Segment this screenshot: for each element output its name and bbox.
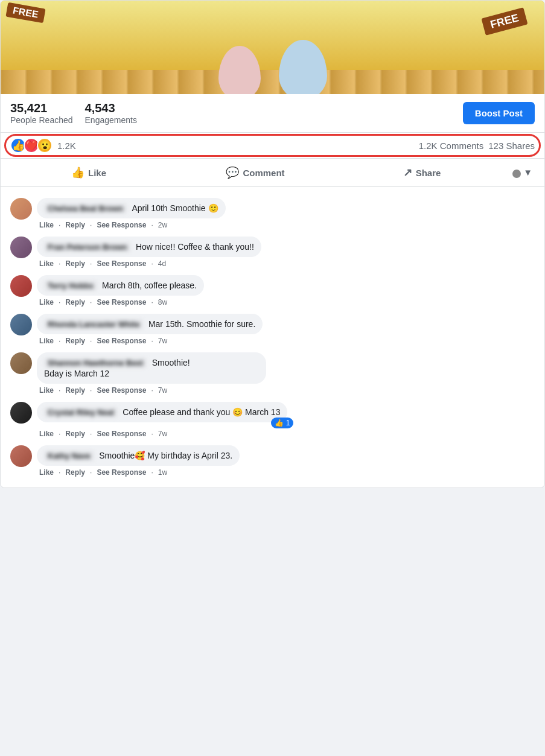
comment-time: 1w [158,468,167,477]
comment-time: 4d [158,259,166,268]
comment-username: Chelsea Beal Brown [44,203,127,214]
comment-content: Chelsea Beal Brown April 10th Smoothie 🙂… [37,198,535,229]
comment-label: Comment [243,168,284,178]
comment-text: Mar 15th. Smoothie for sure. [148,319,255,329]
see-response-action[interactable]: See Response [97,298,146,307]
share-icon: ↗ [403,166,412,179]
like-action[interactable]: Like [39,386,54,395]
reaction-count: 1.2K [57,141,76,151]
avatar [10,198,32,220]
egg-pink [218,46,261,94]
post-image: FREE FREE [1,1,544,94]
like-action[interactable]: Like [39,259,54,268]
reaction-icons: 👍 ❤️ 😮 [10,138,53,153]
comment-time: 7w [158,337,167,345]
see-response-action[interactable]: See Response [97,337,146,345]
see-response-action[interactable]: See Response [97,221,146,229]
people-reached-stat: 35,421 People Reached [10,101,73,125]
comment-text: March 8th, coffee please. [102,281,197,290]
reply-action[interactable]: Reply [65,259,85,268]
comment-actions: Like · Reply · See Response · 1w [39,468,535,477]
comment-content: Fran Peterson Brown How nice!! Coffee & … [37,237,535,268]
comment-username: Shannon Hawthorne Best [44,358,147,368]
comment-actions: Like · Reply · See Response · 7w [39,430,535,438]
like-button[interactable]: 👍 Like [5,161,172,184]
comment-item: Rhonda Lancaster White Mar 15th. Smoothi… [1,310,544,349]
wow-reaction-icon: 😮 [37,138,53,153]
reply-action[interactable]: Reply [65,298,85,307]
comment-content: Kathy Nave Smoothie🥰 My birthday is Apri… [37,445,535,477]
see-response-action[interactable]: See Response [97,430,146,438]
comment-share-counts: 1.2K Comments 123 Shares [419,141,535,151]
reply-action[interactable]: Reply [65,430,85,438]
comment-time: 7w [158,430,167,438]
see-response-action[interactable]: See Response [97,386,146,395]
comment-text: How nice!! Coffee & thank you!! [136,242,254,252]
comment-bubble: Rhonda Lancaster White Mar 15th. Smoothi… [37,314,263,334]
post-card: FREE FREE 35,421 People Reached 4,543 En… [0,0,545,488]
more-button[interactable]: ▼ [505,162,540,182]
share-label: Share [416,168,441,178]
reply-action[interactable]: Reply [65,221,85,229]
comment-bubble: Fran Peterson Brown How nice!! Coffee & … [37,237,261,257]
egg-container [218,40,327,94]
comment-icon: 💬 [226,166,239,179]
avatar [10,314,32,335]
comment-text-2: Bday is March 12 [44,369,109,378]
reply-action[interactable]: Reply [65,386,85,395]
comment-actions: Like · Reply · See Response · 7w [39,337,535,345]
avatar [10,352,32,374]
comment-actions: Like · Reply · See Response · 7w [39,386,535,395]
avatar [10,237,32,258]
comment-item: Chelsea Beal Brown April 10th Smoothie 🙂… [1,194,544,233]
engagements-stat: 4,543 Engagements [85,101,137,125]
comment-time: 8w [158,298,167,307]
comment-text: Smoothie! [152,358,190,367]
comment-username: Kathy Nave [44,451,94,461]
like-action[interactable]: Like [39,430,54,438]
comment-content: Crystal Riley Neal Coffee please and tha… [37,402,535,438]
comment-content: Shannon Hawthorne Best Smoothie! Bday is… [37,352,535,395]
boost-post-button[interactable]: Boost Post [463,102,535,124]
comment-button[interactable]: 💬 Comment [172,161,339,184]
see-response-action[interactable]: See Response [97,468,146,477]
comment-item: Fran Peterson Brown How nice!! Coffee & … [1,233,544,272]
like-icon: 👍 [71,166,84,179]
comment-username: Terry Hobbs [44,281,97,291]
like-action[interactable]: Like [39,337,54,345]
avatar [10,445,32,467]
comment-text: Smoothie🥰 My birthday is April 23. [99,451,232,460]
engagements-number: 4,543 [85,101,137,115]
engagements-label: Engagements [85,115,137,125]
comment-content: Rhonda Lancaster White Mar 15th. Smoothi… [37,314,535,345]
comment-bubble: Terry Hobbs March 8th, coffee please. [37,275,204,296]
comment-item: Crystal Riley Neal Coffee please and tha… [1,398,544,442]
egg-blue [279,40,327,94]
avatar [10,275,32,297]
like-action[interactable]: Like [39,221,54,229]
comment-username: Crystal Riley Neal [44,407,118,418]
comment-item: Shannon Hawthorne Best Smoothie! Bday is… [1,349,544,398]
comment-bubble: Chelsea Beal Brown April 10th Smoothie 🙂 [37,198,226,218]
free-tag-left: FREE [5,2,45,24]
free-tag-right: FREE [481,7,527,36]
comment-item: Terry Hobbs March 8th, coffee please. Li… [1,272,544,310]
reply-action[interactable]: Reply [65,337,85,345]
comment-actions: Like · Reply · See Response · 4d [39,259,535,268]
comment-item: Kathy Nave Smoothie🥰 My birthday is Apri… [1,442,544,480]
comment-actions: Like · Reply · See Response · 2w [39,221,535,229]
comment-username: Rhonda Lancaster White [44,319,143,329]
reply-action[interactable]: Reply [65,468,85,477]
share-button[interactable]: ↗ Share [339,161,505,184]
shares-count: 123 Shares [488,141,535,151]
reactions-row: 👍 ❤️ 😮 1.2K 1.2K Comments 123 Shares [1,133,544,159]
people-reached-number: 35,421 [10,101,73,115]
comment-text: April 10th Smoothie 🙂 [132,203,218,213]
like-label: Like [88,168,106,178]
like-action[interactable]: Like [39,298,54,307]
like-badge: 👍 1 [271,418,293,428]
like-action[interactable]: Like [39,468,54,477]
stats-bar: 35,421 People Reached 4,543 Engagements … [1,94,544,133]
see-response-action[interactable]: See Response [97,259,146,268]
avatar [10,402,32,424]
